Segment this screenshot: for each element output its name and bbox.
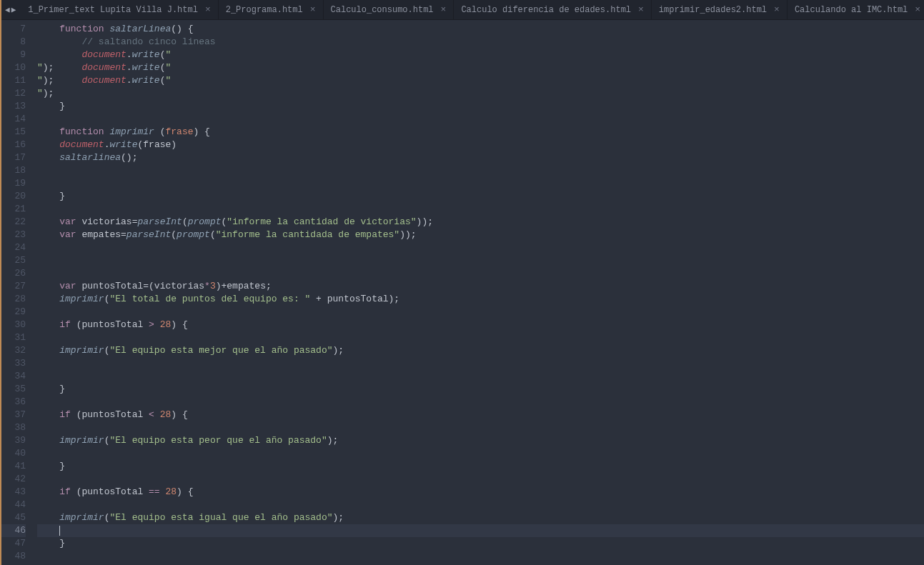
code-line [37,87,924,100]
code-line: imprimir("El equipo esta mejor que el añ… [37,344,924,357]
code-line: imprimir("El total de puntos del equipo … [37,293,924,306]
line-number: 45 [0,511,26,524]
code-line: document.write(""); [37,49,924,61]
line-number: 9 [0,49,26,61]
line-number: 40 [0,447,26,460]
line-number: 34 [0,370,26,383]
code-line [37,113,924,126]
code-line: var empates=parseInt(prompt("informe la … [37,229,924,241]
code-line [37,370,924,383]
line-number: 25 [0,254,26,267]
modified-gutter-marker [0,20,1,565]
line-number: 20 [0,190,26,203]
code-line [37,473,924,486]
tab-3[interactable]: Calculo diferencia de edades.html× [454,0,651,20]
line-number: 43 [0,486,26,499]
line-number: 33 [0,357,26,370]
line-number: 30 [0,319,26,331]
line-number: 12 [0,87,26,100]
line-number: 11 [0,74,26,87]
close-icon[interactable]: × [915,5,920,14]
code-line: imprimir("El equipo esta peor que el año… [37,434,924,447]
code-line: document.write(frase) [37,139,924,151]
line-number: 32 [0,344,26,357]
tab-label: Calculo_consumo.html [331,5,434,15]
line-number: 26 [0,267,26,280]
code-line [37,331,924,344]
line-number: 42 [0,473,26,486]
code-line [37,550,924,563]
close-icon[interactable]: × [638,5,644,14]
close-icon[interactable]: × [310,5,316,14]
code-line [37,177,924,190]
code-line [37,254,924,267]
code-line: if (puntosTotal < 28) { [37,409,924,421]
line-number: 41 [0,460,26,473]
code-line: function saltarLinea() { [37,23,924,36]
code-line: document.write(""); [37,74,924,87]
tab-label: 2_Programa.html [226,5,303,15]
code-line: imprimir("El equipo esta igual que el añ… [37,511,924,524]
line-number: 7 [0,23,26,36]
code-line [37,164,924,177]
tab-0[interactable]: 1_Primer_text Lupita Villa J.html× [21,0,218,20]
line-number: 23 [0,229,26,241]
line-number: 48 [0,550,26,563]
code-line [37,306,924,319]
code-line: function imprimir (frase) { [37,126,924,139]
close-icon[interactable]: × [205,5,211,14]
tab-label: imprimir_edades2.html [659,5,767,15]
code-line: } [37,190,924,203]
code-line [37,267,924,280]
line-number: 35 [0,383,26,396]
line-number: 13 [0,100,26,113]
code-line: if (puntosTotal > 28) { [37,319,924,331]
tab-5[interactable]: Calculando al IMC.html× [788,0,924,20]
code-line [37,203,924,216]
tab-label: Calculo diferencia de edades.html [461,5,631,15]
line-number: 39 [0,434,26,447]
tab-2[interactable]: Calculo_consumo.html× [324,0,454,20]
nav-forward-icon[interactable]: ▶ [11,5,16,14]
editor: 7891011121314151617181920212223242526272… [0,20,924,565]
line-number-gutter: 7891011121314151617181920212223242526272… [0,20,33,565]
line-number: 29 [0,306,26,319]
line-number: 36 [0,396,26,409]
nav-back-icon[interactable]: ◀ [5,5,10,14]
tab-1[interactable]: 2_Programa.html× [219,0,324,20]
code-line: if (puntosTotal == 28) { [37,486,924,499]
code-line [37,396,924,409]
line-number: 46 [0,524,26,537]
tab-4[interactable]: imprimir_edades2.html× [652,0,788,20]
line-number: 10 [0,61,26,74]
line-number: 22 [0,216,26,229]
tab-label: 1_Primer_text Lupita Villa J.html [28,5,198,15]
line-number: 47 [0,537,26,550]
code-line [37,421,924,434]
close-icon[interactable]: × [441,5,447,14]
line-number: 44 [0,499,26,511]
line-number: 18 [0,164,26,177]
line-number: 8 [0,36,26,49]
code-line: } [37,100,924,113]
code-area[interactable]: function saltarLinea() { // saltando cin… [33,20,924,565]
code-line: // saltando cinco lineas [37,36,924,49]
code-line: } [37,537,924,550]
code-line: var puntosTotal=(victorias*3)+empates; [37,280,924,293]
tab-bar: ◀ ▶ 1_Primer_text Lupita Villa J.html×2_… [0,0,924,20]
line-number: 16 [0,139,26,151]
line-number: 38 [0,421,26,434]
tab-nav: ◀ ▶ [3,5,21,14]
code-line: } [37,383,924,396]
line-number: 21 [0,203,26,216]
line-number: 15 [0,126,26,139]
line-number: 24 [0,241,26,254]
line-number: 19 [0,177,26,190]
line-number: 17 [0,151,26,164]
code-line [37,357,924,370]
close-icon[interactable]: × [774,5,780,14]
code-line [37,447,924,460]
code-line: document.write(""); [37,61,924,74]
line-number: 31 [0,331,26,344]
line-number: 27 [0,280,26,293]
